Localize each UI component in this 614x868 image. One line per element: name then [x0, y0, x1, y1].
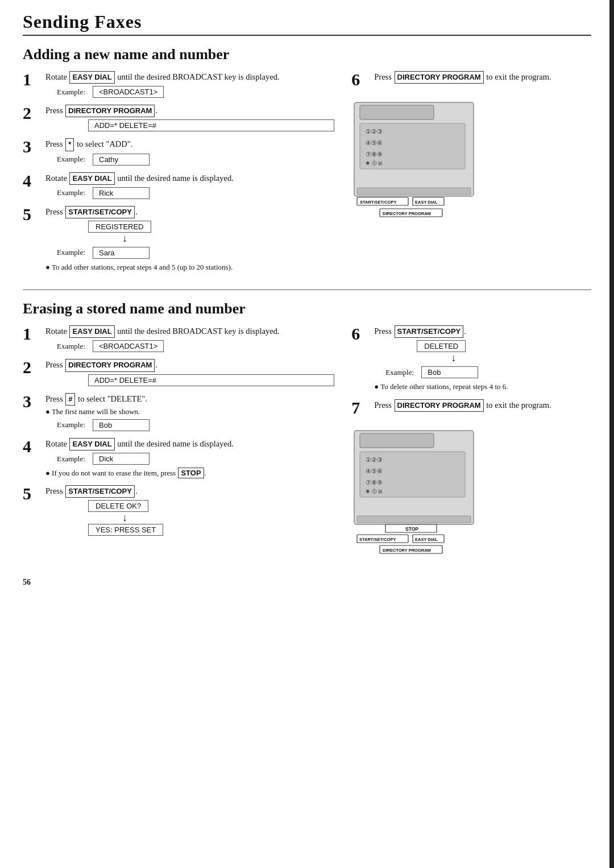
step-add-5-content: Press START/SET/COPY. REGISTERED ↓ Examp…: [45, 206, 334, 272]
step-erase-3-content: Press # to select "DELETE". The first na…: [45, 393, 334, 431]
example-label-e6: Example:: [385, 368, 417, 377]
section-add-layout: 1 Rotate EASY DIAL until the desired BRO…: [23, 71, 591, 279]
step-erase-7-content: Press DIRECTORY PROGRAM to exit the prog…: [374, 399, 551, 412]
section-add: Adding a new name and number 1 Rotate EA…: [23, 46, 591, 279]
svg-text:①②③: ①②③: [366, 128, 383, 135]
step-erase-4-example: Example: Dick: [57, 453, 334, 465]
step-add-4-example: Example: Rick: [57, 187, 334, 199]
step-add-3-text: Press * to select "ADD".: [45, 138, 334, 151]
step-erase-6-number: 6: [351, 325, 370, 342]
step-add-5-flow: REGISTERED ↓: [88, 221, 334, 245]
fax-device-section1: ①②③ ④⑤⑥ ⑦⑧⑨ ✱ ⓪ ⊞ START/SET/COPY EASY DI…: [351, 100, 476, 227]
key-stop-e4: STOP: [178, 468, 204, 478]
svg-text:EASY DIAL: EASY DIAL: [415, 537, 438, 542]
svg-text:START/SET/COPY: START/SET/COPY: [359, 537, 396, 542]
section-erase: Erasing a stored name and number 1 Rotat…: [23, 300, 591, 560]
svg-rect-15: [360, 433, 434, 448]
step-add-4-number: 4: [23, 172, 41, 189]
key-dir-prog-e2: DIRECTORY PROGRAM: [65, 359, 155, 371]
step-add-1-text: Rotate EASY DIAL until the desired BROAD…: [45, 71, 334, 84]
step-add-4-content: Rotate EASY DIAL until the desired name …: [45, 172, 334, 199]
step-erase-6-text: Press START/SET/COPY.: [374, 325, 508, 338]
step-erase-4-text: Rotate EASY DIAL until the desired name …: [45, 438, 334, 450]
step-erase-1-example: Example: <BROADCAST1>: [57, 340, 334, 352]
example-label-e4: Example:: [57, 454, 88, 464]
example-label-e1: Example:: [57, 342, 88, 351]
key-start-5: START/SET/COPY: [65, 206, 135, 218]
step-erase-5-content: Press START/SET/COPY. DELETE OK? ↓ YES: …: [45, 485, 334, 536]
key-easy-dial-4: EASY DIAL: [69, 172, 114, 185]
svg-rect-1: [360, 105, 434, 119]
page-header: Sending Faxes: [23, 11, 591, 36]
step-add-4: 4 Rotate EASY DIAL until the desired nam…: [23, 172, 334, 199]
step-erase-7-text: Press DIRECTORY PROGRAM to exit the prog…: [374, 399, 551, 412]
example-label-e3: Example:: [57, 420, 88, 429]
section-erase-steps-left: 1 Rotate EASY DIAL until the desired BRO…: [23, 325, 334, 560]
svg-text:DIRECTORY PROGRAM: DIRECTORY PROGRAM: [383, 211, 431, 216]
step-erase-4: 4 Rotate EASY DIAL until the desired nam…: [23, 438, 334, 478]
example-label-4: Example:: [57, 188, 88, 197]
step-add-6-number: 6: [351, 71, 370, 88]
step-erase-6-bullet: To delete other stations, repeat steps 4…: [374, 382, 508, 392]
example-label: Example:: [57, 88, 88, 97]
step-erase-3: 3 Press # to select "DELETE". The first …: [23, 393, 334, 431]
svg-text:START/SET/COPY: START/SET/COPY: [360, 200, 396, 205]
fax-device-section2: ①②③ ④⑤⑥ ⑦⑧⑨ ✱ ⓪ ⊞ STOP START/SET/COPY EA…: [351, 428, 476, 561]
step-erase-1: 1 Rotate EASY DIAL until the desired BRO…: [23, 325, 334, 352]
key-easy-dial-e1: EASY DIAL: [69, 325, 114, 338]
step-erase-6: 6 Press START/SET/COPY. DELETED ↓ Exampl…: [351, 325, 508, 392]
example-value-e6: Bob: [421, 366, 478, 378]
step-erase-5-text: Press START/SET/COPY.: [45, 485, 334, 498]
step-erase-6-flow: DELETED ↓: [417, 340, 508, 364]
step-erase-4-note: ● If you do not want to erase the item, …: [45, 468, 334, 478]
step-add-2: 2 Press DIRECTORY PROGRAM. ADD=* DELETE=…: [23, 105, 334, 131]
registered-display: REGISTERED: [88, 221, 151, 233]
section-add-title: Adding a new name and number: [23, 46, 591, 63]
page-title: Sending Faxes: [23, 11, 591, 32]
step-erase-3-bullet: The first name will be shown.: [45, 407, 334, 417]
svg-rect-21: [357, 516, 471, 523]
step-erase-6-content: Press START/SET/COPY. DELETED ↓ Example:…: [374, 325, 508, 392]
section-erase-steps-right: 6 Press START/SET/COPY. DELETED ↓ Exampl…: [351, 325, 591, 560]
page-footer: 56: [23, 578, 591, 587]
deleted-display: DELETED: [417, 340, 466, 352]
step-erase-1-text: Rotate EASY DIAL until the desired BROAD…: [45, 325, 334, 338]
example-value-e3: Bob: [93, 419, 150, 431]
step-erase-2-number: 2: [23, 359, 41, 376]
step-erase-3-number: 3: [23, 393, 41, 410]
delete-ok-display: DELETE OK?: [88, 500, 148, 512]
key-start-e5: START/SET/COPY: [65, 485, 135, 498]
step-add-5-number: 5: [23, 206, 41, 223]
step-add-6: 6 Press DIRECTORY PROGRAM to exit the pr…: [351, 71, 551, 88]
step-erase-3-text: Press # to select "DELETE".: [45, 393, 334, 406]
step-add-2-text: Press DIRECTORY PROGRAM.: [45, 105, 334, 117]
example-value-1: <BROADCAST1>: [93, 86, 164, 98]
svg-text:EASY DIAL: EASY DIAL: [415, 200, 438, 205]
example-value-5: Sara: [93, 247, 150, 259]
yes-press-set-display: YES: PRESS SET: [88, 524, 163, 536]
step-erase-7: 7 Press DIRECTORY PROGRAM to exit the pr…: [351, 399, 551, 416]
example-value-e1: <BROADCAST1>: [93, 340, 164, 352]
example-label-5: Example:: [57, 248, 88, 257]
svg-rect-7: [357, 188, 471, 195]
step-add-1-content: Rotate EASY DIAL until the desired BROAD…: [45, 71, 334, 98]
step-add-2-content: Press DIRECTORY PROGRAM. ADD=* DELETE=#: [45, 105, 334, 131]
svg-text:DIRECTORY PROGRAM: DIRECTORY PROGRAM: [383, 548, 431, 553]
step-erase-4-number: 4: [23, 438, 41, 455]
step-add-5-text: Press START/SET/COPY.: [45, 206, 334, 218]
key-dir-prog-6: DIRECTORY PROGRAM: [395, 71, 484, 84]
step-erase-5-number: 5: [23, 485, 41, 502]
flow-arrow-e5: ↓: [122, 512, 334, 524]
key-dir-prog-2: DIRECTORY PROGRAM: [65, 105, 155, 117]
section-add-steps-right: 6 Press DIRECTORY PROGRAM to exit the pr…: [351, 71, 591, 279]
fax-svg-1: ①②③ ④⑤⑥ ⑦⑧⑨ ✱ ⓪ ⊞ START/SET/COPY EASY DI…: [351, 100, 476, 225]
step-erase-2-text: Press DIRECTORY PROGRAM.: [45, 359, 334, 371]
step-erase-5: 5 Press START/SET/COPY. DELETE OK? ↓ YES…: [23, 485, 334, 536]
step-erase-2-content: Press DIRECTORY PROGRAM. ADD=* DELETE=#: [45, 359, 334, 386]
step-add-3-example: Example: Cathy: [57, 154, 334, 166]
example-value-4: Rick: [93, 187, 150, 199]
step-add-4-text: Rotate EASY DIAL until the desired name …: [45, 172, 334, 185]
page-number: 56: [23, 578, 31, 586]
svg-text:STOP: STOP: [405, 526, 418, 532]
step-add-5: 5 Press START/SET/COPY. REGISTERED ↓ Exa…: [23, 206, 334, 272]
